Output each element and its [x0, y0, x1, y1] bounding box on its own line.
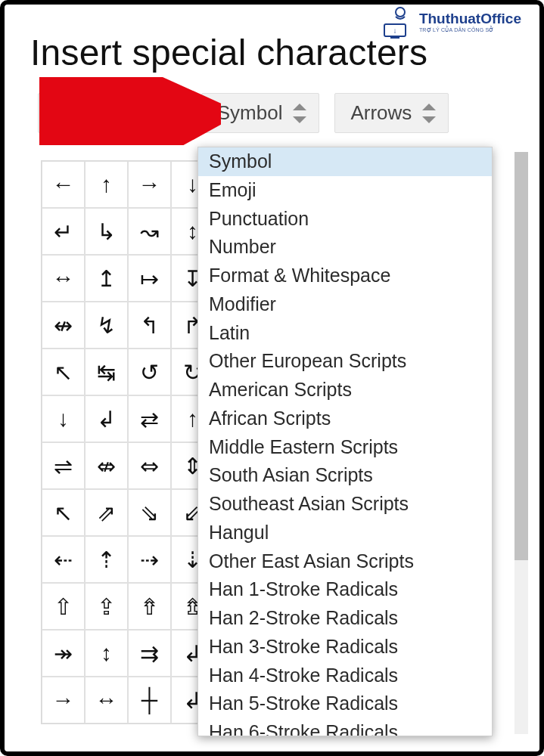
dropdown-item[interactable]: South Asian Scripts: [198, 461, 492, 490]
char-cell[interactable]: ↔: [85, 677, 128, 723]
char-cell[interactable]: ⇡: [85, 536, 128, 583]
char-cell[interactable]: →: [128, 161, 171, 208]
sort-icon: [160, 104, 173, 123]
char-cell[interactable]: ⇘: [128, 489, 171, 536]
sort-icon: [293, 104, 306, 123]
dropdown-item[interactable]: Other East Asian Scripts: [198, 547, 492, 576]
dropdown-item[interactable]: American Scripts: [198, 376, 492, 404]
dropdown-item[interactable]: Emoji: [198, 176, 492, 205]
char-cell[interactable]: ↠: [42, 630, 85, 677]
char-cell[interactable]: ↝: [128, 208, 171, 255]
dropdown-item[interactable]: Han 6-Stroke Radicals: [198, 718, 492, 736]
char-cell[interactable]: ↖: [42, 349, 85, 395]
symbol-dropdown-list[interactable]: SymbolEmojiPunctuationNumberFormat & Whi…: [197, 147, 493, 736]
char-cell[interactable]: ↳: [85, 208, 128, 255]
dropdown-item[interactable]: Symbol: [198, 147, 492, 176]
arrows-dropdown[interactable]: Arrows: [334, 93, 449, 133]
categories-dropdown[interactable]: Categories: [38, 93, 186, 133]
char-cell[interactable]: ↕: [85, 630, 128, 677]
sort-icon: [422, 104, 436, 123]
char-cell[interactable]: ⇌: [42, 442, 85, 489]
char-cell[interactable]: ⇢: [128, 536, 171, 583]
dropdown-item[interactable]: Middle Eastern Scripts: [198, 433, 492, 462]
char-cell[interactable]: ↹: [85, 349, 128, 395]
char-cell[interactable]: ↵: [42, 208, 85, 255]
char-cell[interactable]: ↰: [128, 302, 171, 349]
char-cell[interactable]: ⇄: [128, 395, 171, 442]
dropdown-item[interactable]: Han 5-Stroke Radicals: [198, 689, 492, 718]
char-cell[interactable]: ⇪: [85, 583, 128, 630]
char-cell[interactable]: ↔: [42, 255, 85, 302]
dropdown-item[interactable]: Southeast Asian Scripts: [198, 490, 492, 519]
char-cell[interactable]: ←: [42, 161, 85, 208]
dropdown-item[interactable]: Format & Whitespace: [198, 262, 492, 290]
dropdown-item[interactable]: Han 2-Stroke Radicals: [198, 604, 492, 633]
dropdown-item[interactable]: Other European Scripts: [198, 347, 492, 376]
dropdown-item[interactable]: Han 4-Stroke Radicals: [198, 662, 492, 690]
char-cell[interactable]: ↥: [85, 255, 128, 302]
symbol-dropdown[interactable]: Symbol: [201, 93, 320, 133]
char-cell[interactable]: ⇧: [42, 583, 85, 630]
dropdown-scrollbar[interactable]: [514, 152, 528, 734]
char-cell[interactable]: ↯: [85, 302, 128, 349]
scrollbar-thumb[interactable]: [514, 152, 528, 560]
page-title: Insert special characters: [30, 32, 517, 73]
char-cell[interactable]: ↮: [42, 302, 85, 349]
categories-label: Categories: [54, 101, 149, 125]
dropdown-item[interactable]: Latin: [198, 319, 492, 348]
char-cell[interactable]: ↺: [128, 349, 171, 395]
dropdown-item[interactable]: Han 1-Stroke Radicals: [198, 575, 492, 604]
char-cell[interactable]: ⇠: [42, 536, 85, 583]
arrows-label: Arrows: [350, 101, 412, 125]
char-cell[interactable]: ↦: [128, 255, 171, 302]
dropdown-item[interactable]: Modifier: [198, 290, 492, 319]
char-cell[interactable]: ↲: [85, 395, 128, 442]
dropdown-item[interactable]: Punctuation: [198, 205, 492, 234]
dropdown-item[interactable]: Number: [198, 233, 492, 262]
char-cell[interactable]: →: [42, 677, 85, 723]
char-cell[interactable]: ↑: [85, 161, 128, 208]
dropdown-item[interactable]: African Scripts: [198, 404, 492, 433]
dropdown-item[interactable]: Han 3-Stroke Radicals: [198, 633, 492, 662]
char-cell[interactable]: ↖: [42, 489, 85, 536]
dropdown-item[interactable]: Hangul: [198, 519, 492, 547]
char-cell[interactable]: ⇮: [128, 583, 171, 630]
symbol-label: Symbol: [217, 101, 283, 125]
char-cell[interactable]: ↓: [42, 395, 85, 442]
char-cell[interactable]: ┼: [128, 677, 171, 723]
char-cell[interactable]: ⇔: [128, 442, 171, 489]
toolbar: Categories Symbol Arrows: [38, 93, 517, 133]
char-cell[interactable]: ⇗: [85, 489, 128, 536]
char-cell[interactable]: ⇎: [85, 442, 128, 489]
char-cell[interactable]: ⇉: [128, 630, 171, 677]
